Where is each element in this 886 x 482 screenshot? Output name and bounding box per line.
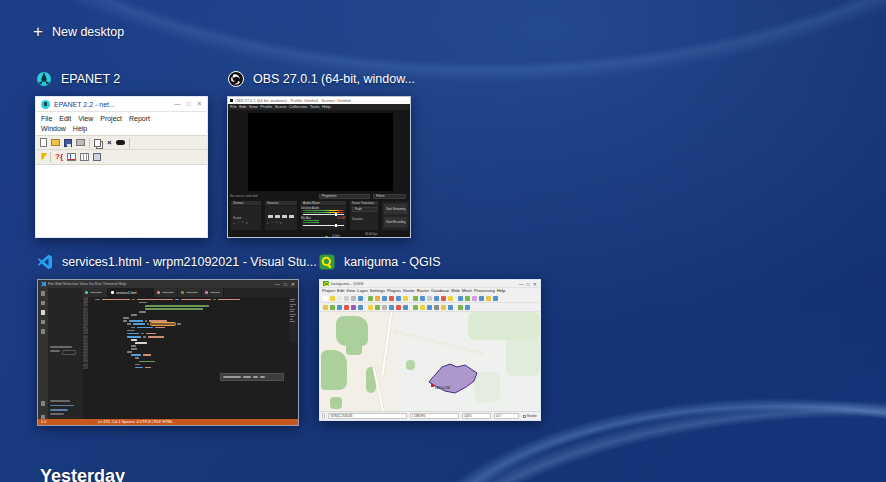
- obs-fps-label: 30.00 fps: [365, 232, 377, 235]
- options-icon: [93, 153, 101, 161]
- window-group-label-epanet[interactable]: EPANET 2: [36, 71, 120, 87]
- qgis-thumbnail[interactable]: kaniguma - QGIS — □ ✕ Project Edit View …: [319, 279, 541, 421]
- obs-scenes-header: Scenes: [233, 201, 244, 204]
- minimize-icon: —: [275, 281, 280, 287]
- obs-controls-buttons: Start StreamingStart RecordingStart Virt…: [382, 202, 409, 232]
- qgis-tool-icon: [458, 305, 463, 310]
- window-group-label-vscode[interactable]: services1.html - wrpm21092021 - Visual S…: [37, 254, 317, 270]
- qgis-tool-icon: [434, 305, 439, 310]
- qgis-status-item: 0.0 °: [494, 413, 519, 419]
- obs-group-title: OBS 27.0.1 (64-bit, window...: [253, 72, 415, 86]
- qgis-tool-icon: [389, 296, 394, 301]
- plus-icon: +: [33, 23, 43, 40]
- obs-transitions-header: Scene Transitions: [352, 202, 374, 205]
- epanet-window-icon: [41, 100, 50, 109]
- kaniguma-polygon-layer: [427, 363, 479, 395]
- obs-menu-bar: File Edit View Profile Scene Collection …: [228, 104, 410, 110]
- qgis-tool-icon: [448, 296, 453, 301]
- epanet-window-title: EPANET 2.2 - net...: [54, 101, 170, 108]
- vscode-thumbnail[interactable]: File Edit Selection View Go Run Terminal…: [37, 279, 299, 426]
- map-marker: [431, 384, 434, 387]
- polygon-label: KANIGUMA: [435, 387, 450, 390]
- obs-mixer-header: Audio Mixer: [303, 201, 320, 204]
- qgis-tool-icon: [368, 305, 373, 310]
- qgis-status-item: 1:288,895: [410, 413, 459, 419]
- debug-icon: [41, 320, 46, 325]
- obs-duration-label: Duration: [352, 217, 363, 220]
- close-icon: ✕: [197, 100, 202, 108]
- qgis-tool-icon: [420, 305, 425, 310]
- vscode-status-right: Ln 470, Col 1 Spaces: 4 UTF-8 CRLF HTML: [98, 420, 173, 424]
- obs-sources-header: Sources: [267, 201, 279, 204]
- qgis-toolbar-row2: [320, 303, 540, 312]
- qgis-tool-icon: [396, 296, 401, 301]
- qgis-tool-icon: [323, 305, 328, 310]
- obs-dock-row: Scenes Scene + − ^ v Sources You don't h…: [228, 200, 410, 232]
- qgis-tool-icon: [351, 305, 356, 310]
- epanet-menu-bar: File Edit View Project Report Window Hel…: [36, 112, 207, 135]
- obs-sources-panel: Sources You don't have any sources.Click…: [264, 200, 298, 232]
- vscode-title-bar: File Edit Selection View Go Run Terminal…: [38, 280, 298, 288]
- qgis-toolbar-row1: [320, 294, 540, 303]
- qgis-window-controls: — □ ✕: [519, 281, 537, 287]
- obs-mixer1-label: Desktop Audio: [301, 207, 319, 208]
- obs-volume-slider: [303, 214, 344, 215]
- obs-transition-select: Fade: [352, 207, 379, 212]
- obs-sources-toolbar: + − ^ v: [267, 221, 282, 225]
- obs-thumbnail[interactable]: OBS 27.0.1 (64-bit, windows) - Profile: …: [227, 96, 411, 238]
- obs-audio-meter: [303, 210, 344, 211]
- obs-app-icon: [228, 71, 244, 87]
- obs-audio-meter: [303, 222, 344, 223]
- account-icon: [41, 401, 46, 406]
- vscode-minimap: [289, 297, 298, 342]
- epanet-thumbnail[interactable]: EPANET 2.2 - net... — □ ✕ File Edit View…: [35, 96, 208, 238]
- epanet-toolbar-analysis: ?{: [36, 150, 207, 165]
- new-desktop-button[interactable]: + New desktop: [33, 23, 124, 40]
- qgis-tool-icon: [420, 296, 425, 301]
- qgis-tool-icon: [337, 296, 342, 301]
- obs-control-button: Start Recording: [383, 216, 408, 228]
- vscode-code-lines: [93, 298, 287, 369]
- qgis-tool-icon: [323, 296, 328, 301]
- epanet-menu-row1: File Edit View Project Report: [41, 114, 207, 124]
- obs-mixer2-db: 0.0 dB: [337, 218, 345, 219]
- qgis-tool-icon: [344, 296, 349, 301]
- qgis-status-item: 100%: [462, 413, 492, 419]
- qgis-tool-icon: [382, 296, 387, 301]
- source-control-icon: [41, 310, 46, 315]
- obs-status-bar: 0 kb/s 30.00 fps: [228, 230, 410, 237]
- find-icon: [116, 140, 125, 145]
- qgis-tool-icon: [441, 296, 446, 301]
- maximize-icon: □: [187, 100, 191, 108]
- vscode-find-widget: [220, 373, 284, 381]
- obs-filters-chip: Filters: [373, 194, 406, 199]
- qgis-tool-icon: [337, 305, 342, 310]
- qgis-tool-icon: [434, 296, 439, 301]
- vscode-tab: [154, 288, 178, 297]
- run-analysis-icon: [39, 153, 48, 161]
- maximize-icon: □: [284, 281, 287, 287]
- vscode-menu-items: File Edit Selection View Go Run Terminal…: [48, 282, 126, 286]
- vscode-activity-bar: [38, 288, 48, 419]
- timeline-yesterday-heading: Yesterday: [40, 466, 125, 482]
- extensions-icon: [41, 329, 46, 334]
- vscode-active-tab: services1.html: [108, 288, 154, 297]
- qgis-group-title: kaniguma - QGIS: [344, 255, 441, 269]
- maximize-icon: □: [527, 281, 530, 287]
- qgis-window-title: kaniguma - QGIS: [331, 281, 363, 285]
- qgis-tool-icon: [427, 305, 432, 310]
- window-group-label-qgis[interactable]: kaniguma - QGIS: [319, 254, 441, 270]
- qgis-tool-icon: [351, 296, 356, 301]
- qgis-status-item: 767842,2345035: [328, 413, 407, 419]
- epanet-group-title: EPANET 2: [61, 72, 120, 86]
- vscode-window-controls: — □ ✕: [275, 281, 295, 287]
- vscode-file-tree: [50, 346, 80, 355]
- print-icon: [76, 139, 85, 146]
- window-group-label-obs[interactable]: OBS 27.0.1 (64-bit, window...: [228, 71, 415, 87]
- close-icon: ✕: [533, 281, 537, 287]
- obs-audio-meter: [303, 212, 344, 213]
- qgis-tool-icon: [358, 305, 363, 310]
- obs-scenes-toolbar: + − ^ v: [233, 221, 248, 225]
- qgis-map-canvas: KANIGUMA: [320, 312, 540, 413]
- vscode-status-left: 0 0: [41, 420, 46, 424]
